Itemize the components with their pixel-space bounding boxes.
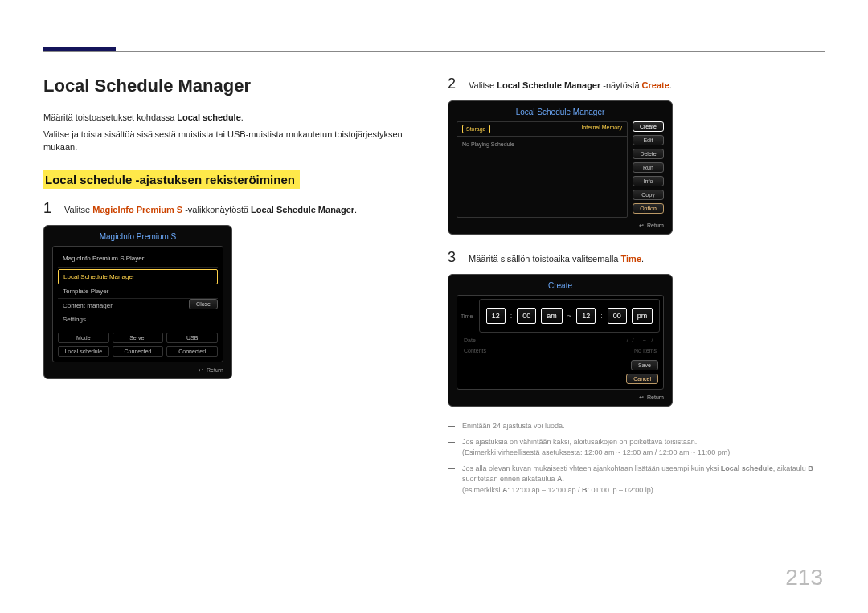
- close-button[interactable]: Close: [189, 299, 218, 309]
- page-number: 213: [785, 565, 823, 591]
- ampm-start[interactable]: am: [541, 308, 563, 324]
- schedule-list: Storage Internal Memory No Playing Sched…: [457, 121, 628, 218]
- panel-title: MagicInfo Premium S: [52, 232, 223, 241]
- bold-term: Local schedule: [721, 464, 773, 472]
- colon-icon: :: [600, 312, 603, 320]
- text: Määritä toistoasetukset kohdassa: [43, 112, 177, 122]
- menu-item-template-player[interactable]: Template Player: [58, 284, 218, 299]
- text: Valitse: [469, 80, 497, 90]
- copy-button[interactable]: Copy: [633, 190, 664, 200]
- menu-item-settings[interactable]: Settings: [58, 313, 218, 326]
- ampm-end[interactable]: pm: [632, 308, 653, 324]
- text: .: [354, 205, 357, 215]
- status-mode-value: Local schedule: [58, 346, 109, 357]
- header-tab: [43, 47, 116, 51]
- step-text: Määritä sisällön toistoaika valitsemalla…: [469, 252, 644, 266]
- text: Määritä sisällön toistoaika valitsemalla: [469, 254, 621, 264]
- note-2: ― Jos ajastuksia on vähintään kaksi, alo…: [448, 437, 825, 459]
- status-server-header: Server: [113, 333, 164, 343]
- date-label: Date: [464, 337, 476, 343]
- return-row[interactable]: Return: [457, 394, 664, 401]
- date-value[interactable]: --/--/---- ~ --/--: [623, 337, 657, 343]
- left-column: Local Schedule Manager Määritä toistoase…: [43, 76, 420, 570]
- hour-start[interactable]: 12: [486, 308, 506, 324]
- menu-item-player[interactable]: MagicInfo Premium S Player: [58, 251, 218, 265]
- save-button[interactable]: Save: [631, 360, 658, 370]
- text: -valikkonäytöstä: [182, 205, 251, 215]
- text: suoritetaan ennen aikataulua: [462, 475, 557, 483]
- intro-line-1: Määritä toistoasetukset kohdassa Local s…: [43, 111, 420, 125]
- text: : 12:00 ap – 12:00 ap /: [508, 486, 583, 494]
- menu-item-content-manager[interactable]: Content manager: [58, 299, 189, 313]
- no-playing-schedule: No Playing Schedule: [457, 137, 627, 152]
- return-row[interactable]: Return: [457, 223, 664, 229]
- status-usb-value: Connected: [166, 346, 218, 357]
- text: .: [241, 112, 244, 122]
- screenshot-create-time: Create Time 12 : 00 am ~ 12 : 00 pm: [448, 274, 673, 407]
- menu-item-local-schedule-manager[interactable]: Local Schedule Manager: [58, 269, 218, 284]
- step-number: 3: [448, 249, 461, 266]
- text: (esimerkiksi: [462, 486, 502, 494]
- cancel-button[interactable]: Cancel: [626, 374, 658, 384]
- time-picker[interactable]: 12 : 00 am ~ 12 : 00 pm: [479, 299, 660, 333]
- notes-block: ― Enintään 24 ajastusta voi luoda. ― Jos…: [448, 421, 825, 496]
- step-2: 2 Valitse Local Schedule Manager -näytös…: [448, 76, 825, 92]
- note-text: Enintään 24 ajastusta voi luoda.: [462, 421, 565, 432]
- colon-icon: :: [510, 312, 513, 320]
- bold-term: B: [808, 464, 813, 472]
- dash-icon: ―: [448, 437, 456, 459]
- minute-start[interactable]: 00: [517, 308, 536, 324]
- bold-term: Local Schedule Manager: [251, 205, 354, 215]
- date-row: Date --/--/---- ~ --/--: [461, 333, 660, 348]
- right-column: 2 Valitse Local Schedule Manager -näytös…: [448, 76, 825, 570]
- list-header: Storage Internal Memory: [457, 122, 627, 137]
- text: (Esimerkki virheellisestä asetuksesta: 1…: [462, 448, 730, 456]
- step-3: 3 Määritä sisällön toistoaika valitsemal…: [448, 249, 825, 266]
- run-button[interactable]: Run: [633, 162, 664, 173]
- dash-icon: ―: [448, 421, 456, 432]
- status-server-value: Connected: [113, 346, 164, 357]
- save-cancel-buttons: Save Cancel: [461, 358, 660, 386]
- text: Valitse: [64, 205, 92, 215]
- page-columns: Local Schedule Manager Määritä toistoase…: [43, 76, 825, 570]
- header-rule: [43, 51, 825, 52]
- dash-icon: ―: [448, 464, 456, 497]
- screenshot-magicinfo-menu: MagicInfo Premium S MagicInfo Premium S …: [43, 225, 232, 379]
- tilde-separator: ~: [567, 312, 571, 320]
- bold-term: Local schedule: [177, 112, 240, 122]
- bold-term: Local Schedule Manager: [497, 80, 600, 90]
- text: Jos alla olevan kuvan mukaisesti yhteen …: [462, 464, 721, 472]
- page-title: Local Schedule Manager: [43, 76, 420, 96]
- info-button[interactable]: Info: [633, 176, 664, 186]
- accent-text: Create: [642, 80, 669, 90]
- text: , aikataulu: [773, 464, 809, 472]
- step-number: 1: [43, 200, 56, 217]
- accent-text: Time: [621, 254, 641, 264]
- contents-row: Contents No Items: [461, 348, 660, 358]
- status-mode-header: Mode: [58, 333, 109, 343]
- screenshot-local-schedule-manager: Local Schedule Manager Storage Internal …: [448, 100, 673, 235]
- panel-inner: Time 12 : 00 am ~ 12 : 00 pm Date: [457, 295, 664, 390]
- delete-button[interactable]: Delete: [633, 149, 664, 159]
- contents-value[interactable]: No Items: [634, 348, 657, 353]
- time-label: Time: [461, 313, 475, 319]
- status-usb-header: USB: [166, 333, 218, 343]
- status-grid: Mode Server USB Local schedule Connected…: [58, 333, 218, 357]
- text: .: [641, 254, 644, 264]
- storage-label[interactable]: Storage: [462, 125, 490, 133]
- subheading: Local schedule -ajastuksen rekisteröimin…: [43, 170, 300, 189]
- internal-memory-label[interactable]: Internal Memory: [581, 125, 622, 133]
- return-row[interactable]: Return: [52, 367, 223, 374]
- contents-label: Contents: [464, 348, 486, 353]
- create-button[interactable]: Create: [633, 121, 664, 132]
- panel-inner: MagicInfo Premium S Player Local Schedul…: [52, 246, 223, 362]
- text: Jos ajastuksia on vähintään kaksi, aloit…: [462, 438, 697, 446]
- workspace: Storage Internal Memory No Playing Sched…: [457, 121, 664, 218]
- note-text: Jos alla olevan kuvan mukaisesti yhteen …: [462, 464, 825, 497]
- edit-button[interactable]: Edit: [633, 135, 664, 145]
- minute-end[interactable]: 00: [608, 308, 627, 324]
- text: -näytöstä: [600, 80, 641, 90]
- hour-end[interactable]: 12: [576, 308, 596, 324]
- option-button[interactable]: Option: [633, 203, 664, 214]
- note-3: ― Jos alla olevan kuvan mukaisesti yhtee…: [448, 464, 825, 497]
